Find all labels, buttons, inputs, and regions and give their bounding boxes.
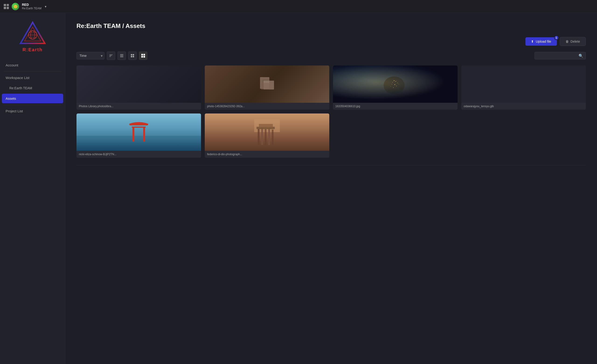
topbar: 🙂 RED Re:Earth TEAM ▾ [0,0,597,13]
page-title: Re:Earth TEAM / Assets [77,22,586,30]
sidebar-item-workspace-list[interactable]: Workspace List [0,72,65,83]
asset-thumbnail [77,65,201,103]
svg-rect-41 [268,128,270,145]
asset-label: 1633504036610.jpg [333,103,457,110]
delete-button[interactable]: 🗑 Delete [560,37,586,46]
trash-icon: 🗑 [566,40,569,43]
grid-sm-icon [131,54,134,58]
upload-badge: 1 [554,35,559,40]
svg-rect-8 [120,55,123,56]
sort-icon [109,54,113,58]
sidebar: R:Earth Account Workspace List Re:Earth … [0,13,65,364]
sidebar-item-account[interactable]: Account [0,60,65,70]
svg-point-24 [392,82,393,83]
svg-point-31 [393,87,394,88]
sidebar-item-assets[interactable]: Assets [2,94,63,103]
upload-label: Upload file [536,40,551,43]
svg-point-23 [394,80,395,81]
svg-rect-35 [133,126,134,142]
svg-rect-21 [261,83,269,89]
toolbar-right: 🔍 [534,52,586,59]
topbar-info: RED Re:Earth TEAM [22,3,41,10]
toolbar-left: Time Name Size ▾ [77,52,147,60]
svg-rect-11 [133,54,134,55]
svg-rect-14 [141,54,143,55]
svg-point-26 [397,83,398,83]
grid-lg-icon [141,54,145,58]
svg-rect-7 [120,54,123,55]
sort-direction-button[interactable] [107,52,115,60]
svg-point-30 [390,86,391,87]
asset-card[interactable]: odawarajyou_tensyu.glb [461,65,586,110]
svg-point-25 [395,81,396,82]
svg-rect-12 [131,56,132,57]
divider-1 [4,71,61,71]
sidebar-item-project-list[interactable]: Project List [0,106,65,116]
sidebar-item-reearth-team[interactable]: Re:Earth TEAM [0,83,65,93]
chevron-down-icon[interactable]: ▾ [45,5,47,8]
svg-rect-42 [272,130,274,145]
assets-grid: Photos Library.photoslibra... photo-1453… [77,65,586,158]
asset-card[interactable]: photo-1453828423292-392a... [205,65,329,110]
thumbnail-visual [254,119,280,145]
search-box: 🔍 [534,52,586,59]
svg-rect-15 [143,54,145,55]
thumbnail-visual [258,76,276,92]
list-icon [120,54,124,58]
upload-button[interactable]: ⬆ Upload file 1 [526,37,557,46]
svg-point-28 [395,84,395,85]
svg-rect-13 [133,56,134,57]
app-name: RED [22,3,41,7]
asset-thumbnail [77,114,201,151]
asset-label: federico-di-dio-photograph... [205,151,329,158]
svg-rect-38 [258,129,259,145]
logo-text: R:Earth [22,47,42,53]
logo-image [19,21,47,46]
svg-rect-10 [131,54,132,55]
sidebar-logo: R:Earth [0,13,65,58]
delete-label: Delete [571,40,580,43]
search-icon: 🔍 [579,54,583,58]
thumbnail-visual [128,120,149,143]
grid-sm-view-button[interactable] [128,52,137,60]
svg-marker-0 [21,22,45,43]
svg-point-22 [384,77,405,94]
svg-rect-16 [141,56,143,58]
svg-rect-39 [261,127,263,145]
action-buttons: ⬆ Upload file 1 🗑 Delete [77,37,586,46]
asset-thumbnail [205,65,329,103]
asset-thumbnail [461,65,586,103]
apps-icon[interactable] [4,4,9,9]
svg-rect-9 [120,57,123,57]
asset-label: Photos Library.photoslibra... [77,103,201,110]
asset-card[interactable]: nicki-eliza-schinow-BJjP2TN... [77,114,201,158]
asset-thumbnail [205,114,329,151]
search-input[interactable] [537,52,579,59]
list-view-button[interactable] [118,52,126,60]
layout: R:Earth Account Workspace List Re:Earth … [0,13,597,364]
svg-point-32 [399,84,399,84]
svg-point-27 [392,84,392,84]
asset-card[interactable]: Photos Library.photoslibra... [77,65,201,110]
divider-2 [4,105,61,105]
svg-rect-36 [143,126,145,142]
svg-point-29 [396,86,397,86]
bottom-divider [77,165,586,165]
svg-rect-44 [259,124,273,127]
upload-icon: ⬆ [531,40,534,43]
toolbar: Time Name Size ▾ [77,52,586,60]
grid-lg-view-button[interactable] [139,52,147,60]
workspace-name: Re:Earth TEAM [22,7,41,10]
svg-rect-40 [265,129,267,145]
sidebar-nav: Account Workspace List Re:Earth TEAM Ass… [0,58,65,118]
asset-label: odawarajyou_tensyu.glb [461,103,586,110]
thumbnail-visual [381,70,409,98]
asset-label: nicki-eliza-schinow-BJjP2TN... [77,151,201,158]
asset-card[interactable]: 1633504036610.jpg [333,65,457,110]
sort-select[interactable]: Time Name Size [77,52,104,59]
asset-card[interactable]: federico-di-dio-photograph... [205,114,329,158]
asset-label: photo-1453828423292-392a... [205,103,329,110]
main-content: Re:Earth TEAM / Assets ⬆ Upload file 1 🗑… [65,13,597,364]
avatar[interactable]: 🙂 [12,3,19,10]
svg-rect-17 [143,56,145,58]
